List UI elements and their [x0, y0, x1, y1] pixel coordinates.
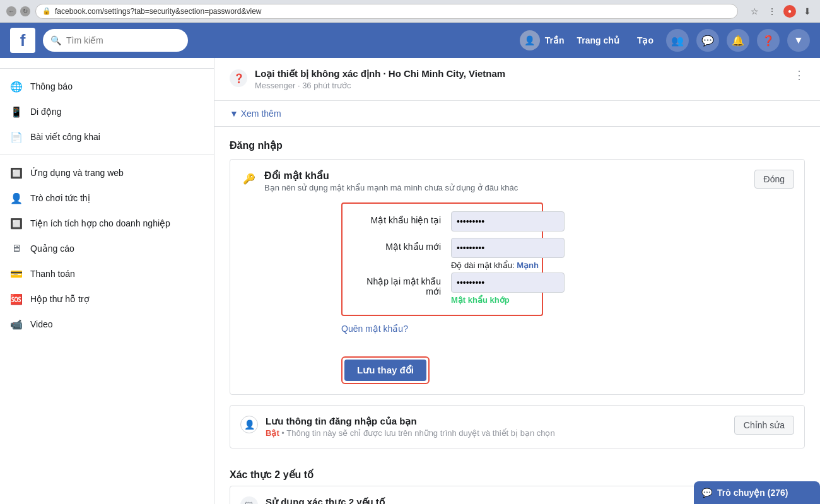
confirm-pw-label: Nhập lại mật khẩu mới: [350, 273, 451, 296]
ext2-icon[interactable]: ⬇: [801, 5, 814, 18]
sidebar-item-thanh-toan[interactable]: 💳 Thanh toán: [0, 261, 214, 286]
sidebar-label-thanh-toan: Thanh toán: [30, 269, 75, 279]
chat-widget[interactable]: 💬 Trò chuyện (276): [694, 481, 820, 504]
user-pill[interactable]: 👤 Trần: [520, 30, 565, 50]
sidebar-label-thong-bao: Thông báo: [30, 81, 73, 91]
notifications-icon[interactable]: 🔔: [727, 29, 749, 52]
tien-ich-icon: 🔲: [10, 217, 23, 230]
device-question-icon: ❓: [230, 69, 247, 87]
strength-text: Độ dài mật khẩu: Mạnh: [451, 261, 565, 270]
help-icon[interactable]: ❓: [757, 29, 780, 52]
search-input[interactable]: [66, 35, 180, 45]
sidebar-label-quang-cao: Quảng cáo: [30, 243, 74, 254]
password-header: 🔑 Đổi mật khẩu Bạn nên sử dụng mật khẩu …: [230, 160, 804, 197]
facebook-logo: f: [10, 28, 35, 53]
menu-icon[interactable]: ⋮: [766, 5, 778, 18]
page-layout: 🌐 Thông báo 📱 Di động 📄 Bài viết công kh…: [0, 58, 820, 504]
inputs-red-box: Mật khẩu hiện tại Mật khẩu mới: [341, 202, 543, 316]
sidebar-item-hop-thu[interactable]: 🆘 Hộp thư hỗ trợ: [0, 286, 214, 312]
sidebar-item-tien-ich[interactable]: 🔲 Tiện ích tích hợp cho doanh nghiệp: [0, 211, 214, 236]
see-more-section: ▼ Xem thêm: [214, 101, 820, 127]
two-fa-title: Sử dụng xác thực 2 yếu tố: [266, 496, 737, 504]
thanh-toan-icon: 💳: [10, 267, 23, 280]
confirm-pw-row: Nhập lại mật khẩu mới Mật khẩu khớp: [350, 273, 534, 305]
device-title: Loại thiết bị không xác định · Ho Chi Mi…: [255, 68, 786, 79]
sidebar-item-bai-viet[interactable]: 📄 Bài viết công khai: [0, 124, 214, 149]
ung-dung-icon: 🔲: [10, 167, 23, 179]
sidebar-item-tro-choi[interactable]: 👤 Trò chơi tức thị: [0, 185, 214, 211]
sidebar-item-thong-bao[interactable]: 🌐 Thông báo: [0, 74, 214, 99]
forgot-pw-link[interactable]: Quên mật khẩu?: [341, 324, 408, 334]
save-changes-button[interactable]: Lưu thay đổi: [344, 360, 426, 381]
current-pw-input-area: [451, 211, 565, 231]
sidebar-label-ung-dung: Ứng dụng và trang web: [30, 168, 124, 178]
back-button[interactable]: ←: [6, 6, 16, 16]
sidebar-label-bai-viet: Bài viết công khai: [30, 132, 100, 142]
sidebar-item-ung-dung[interactable]: 🔲 Ứng dụng và trang web: [0, 160, 214, 185]
dropdown-icon[interactable]: ▼: [787, 29, 810, 52]
save-btn-area: Lưu thay đổi: [230, 351, 804, 394]
password-title-content: Đổi mật khẩu Bạn nên sử dụng mật khẩu mạ…: [264, 170, 518, 192]
address-bar[interactable]: 🔒 facebook.com/settings?tab=security&sec…: [35, 4, 738, 19]
strength-value: Mạnh: [517, 261, 539, 270]
extension-icon[interactable]: ●: [783, 5, 796, 18]
bai-viet-icon: 📄: [10, 131, 23, 143]
sidebar-label-tro-choi: Trò chơi tức thị: [30, 193, 90, 203]
sidebar-label-hop-thu: Hộp thư hỗ trợ: [30, 294, 90, 304]
sidebar-item-video[interactable]: 📹 Video: [0, 312, 214, 337]
new-pw-input[interactable]: [451, 238, 565, 258]
sidebar-divider-1: [0, 155, 214, 155]
content-inner: ❓ Loại thiết bị không xác định · Ho Chi …: [214, 58, 820, 504]
url-text: facebook.com/settings?tab=security&secti…: [55, 7, 262, 16]
sidebar-label-di-dong: Di động: [30, 107, 61, 117]
video-icon: 📹: [10, 318, 23, 331]
dong-button[interactable]: Đóng: [754, 170, 794, 189]
lock-icon: 🔒: [42, 7, 51, 15]
main-content: ❓ Loại thiết bị không xác định · Ho Chi …: [214, 58, 820, 504]
di-dong-icon: 📱: [10, 105, 23, 118]
browser-bar: ← ↻ 🔒 facebook.com/settings?tab=security…: [0, 0, 820, 23]
new-pw-input-area: Độ dài mật khẩu: Mạnh: [451, 238, 565, 270]
tro-choi-icon: 👤: [10, 192, 23, 204]
key-icon: 🔑: [240, 170, 258, 187]
match-text: Mật khẩu khớp: [451, 295, 565, 305]
device-menu-icon[interactable]: ⋮: [794, 68, 805, 82]
tao-button[interactable]: Tạo: [632, 33, 659, 48]
user-avatar: 👤: [520, 30, 540, 50]
password-title: Đổi mật khẩu: [264, 170, 518, 182]
two-fa-content: Sử dụng xác thực 2 yếu tố Bật • Chúng tô…: [266, 496, 737, 504]
forgot-pw-row: Quên mật khẩu?: [240, 321, 794, 334]
save-btn-wrapper: Lưu thay đổi: [341, 356, 430, 384]
quang-cao-icon: 🖥: [10, 242, 23, 255]
trang-chu-button[interactable]: Trang chủ: [572, 33, 624, 48]
sidebar-label-video: Video: [30, 319, 53, 329]
reload-button[interactable]: ↻: [20, 6, 30, 16]
save-login-section: 👤 Lưu thông tin đăng nhập của bạn Bật • …: [230, 405, 805, 448]
save-login-desc-text: • Thông tin này sẽ chỉ được lưu trên nhữ…: [279, 428, 555, 438]
see-more-button[interactable]: ▼ Xem thêm: [230, 108, 805, 119]
save-login-status: Bật: [266, 428, 279, 438]
browser-right-icons: ☆ ⋮ ● ⬇: [748, 5, 814, 18]
current-pw-input[interactable]: [451, 211, 565, 231]
save-login-desc: Bật • Thông tin này sẽ chỉ được lưu trên…: [266, 428, 734, 438]
save-login-content: Lưu thông tin đăng nhập của bạn Bật • Th…: [266, 416, 734, 438]
thong-bao-icon: 🌐: [10, 80, 23, 93]
save-login-title: Lưu thông tin đăng nhập của bạn: [266, 416, 734, 427]
password-title-area: 🔑 Đổi mật khẩu Bạn nên sử dụng mật khẩu …: [240, 170, 518, 192]
bookmark-icon[interactable]: ☆: [748, 5, 761, 18]
chinh-sua-button[interactable]: Chỉnh sửa: [734, 416, 794, 435]
confirm-pw-input[interactable]: [451, 273, 565, 293]
chat-icon: 💬: [701, 488, 712, 498]
sidebar-item-di-dong[interactable]: 📱 Di động: [0, 99, 214, 124]
browser-controls: ← ↻: [6, 6, 30, 16]
form-area: Mật khẩu hiện tại Mật khẩu mới: [230, 197, 804, 351]
login-section-header: Đăng nhập: [214, 127, 820, 154]
device-section: ❓ Loại thiết bị không xác định · Ho Chi …: [214, 58, 820, 101]
messenger-icon[interactable]: 💬: [696, 29, 719, 52]
chat-label: Trò chuyện (276): [717, 488, 788, 498]
sidebar-item-quang-cao[interactable]: 🖥 Quảng cáo: [0, 236, 214, 261]
friends-icon[interactable]: 👥: [666, 29, 689, 52]
search-box[interactable]: 🔍: [43, 29, 188, 52]
device-subtitle: Messenger · 36 phút trước: [255, 81, 786, 90]
new-pw-label: Mật khẩu mới: [350, 238, 451, 252]
